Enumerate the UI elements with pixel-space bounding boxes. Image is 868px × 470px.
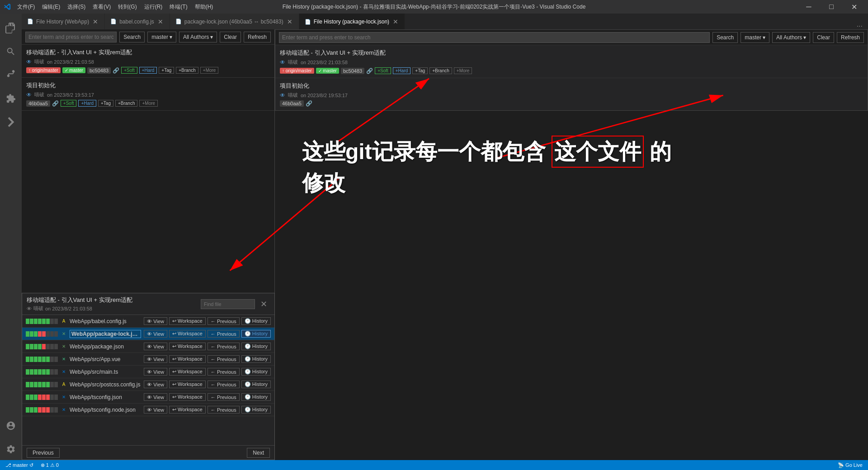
history-btn-tsconfig[interactable]: 🕐 History xyxy=(241,393,271,401)
previous-btn-babel[interactable]: ← Previous xyxy=(208,317,240,325)
file-row-tsconfig-node[interactable]: ✕ WebApp/tsconfig.node.json 👁 View ↩ Wor… xyxy=(22,404,274,416)
more-tag-2[interactable]: +More xyxy=(139,100,158,107)
history-btn-babel[interactable]: 🕐 History xyxy=(241,317,271,325)
history-btn-package-json[interactable]: 🕐 History xyxy=(241,343,271,350)
file-row-tsconfig[interactable]: ✕ WebApp/tsconfig.json 👁 View ↩ Workspac… xyxy=(22,391,274,404)
next-nav-button[interactable]: Next xyxy=(247,448,270,458)
right-search-button[interactable]: Search xyxy=(712,32,738,43)
left-refresh-button[interactable]: Refresh xyxy=(244,32,271,42)
workspace-btn-package-lock[interactable]: ↩ Workspace xyxy=(169,330,206,338)
tag-tag-2[interactable]: +Tag xyxy=(98,100,113,107)
left-search-button[interactable]: Search xyxy=(119,32,145,42)
file-row-main-ts[interactable]: ✕ WebApp/src/main.ts 👁 View ↩ Workspace … xyxy=(22,366,274,378)
left-branch-dropdown[interactable]: master ▾ xyxy=(147,32,176,42)
previous-nav-button[interactable]: Previous xyxy=(27,448,60,458)
tab-close-button[interactable]: ✕ xyxy=(286,18,293,25)
right-branch-dropdown[interactable]: master ▾ xyxy=(741,32,769,43)
right-search-input[interactable] xyxy=(279,32,710,43)
right-branch-tag-1[interactable]: +Branch xyxy=(429,67,452,74)
workspace-btn-app-vue[interactable]: ↩ Workspace xyxy=(169,355,206,363)
menu-run[interactable]: 运行(R) xyxy=(142,2,165,12)
menu-file[interactable]: 文件(F) xyxy=(14,2,38,12)
tag-tag-1[interactable]: +Tag xyxy=(159,67,174,74)
soft-tag-2[interactable]: +Soft xyxy=(61,100,77,107)
view-btn-tsconfig-node[interactable]: 👁 View xyxy=(144,406,167,414)
menu-goto[interactable]: 转到(G) xyxy=(115,2,139,12)
hard-tag-2[interactable]: +Hard xyxy=(78,100,96,107)
status-errors[interactable]: ⊗ 1 ⚠ 0 xyxy=(39,460,61,470)
activity-settings[interactable] xyxy=(0,438,22,460)
previous-btn-app-vue[interactable]: ← Previous xyxy=(208,355,240,363)
tab-file-history-package-lock[interactable]: 📄 File History (package-lock.json) ✕ xyxy=(299,14,405,29)
view-btn-babel[interactable]: 👁 View xyxy=(144,317,167,325)
view-btn-app-vue[interactable]: 👁 View xyxy=(144,355,167,363)
status-live-share[interactable]: 📡 Go Live xyxy=(836,460,864,470)
right-hard-tag-1[interactable]: +Hard xyxy=(393,67,411,74)
right-soft-tag-1[interactable]: +Soft xyxy=(375,67,391,74)
activity-account[interactable] xyxy=(0,415,22,437)
view-btn-postcss[interactable]: 👁 View xyxy=(144,381,167,388)
branch-tag-1[interactable]: +Branch xyxy=(176,67,198,74)
file-row-package-json[interactable]: ✕ WebApp/package.json 👁 View ↩ Workspace… xyxy=(22,340,274,353)
tab-close-button[interactable]: ✕ xyxy=(92,18,99,25)
close-button[interactable]: ✕ xyxy=(844,0,864,14)
menu-view[interactable]: 查看(V) xyxy=(90,2,113,12)
view-btn-package-lock[interactable]: 👁 View xyxy=(144,330,167,338)
status-branch[interactable]: ⎇ master ↺ xyxy=(4,460,35,470)
popup-find-input[interactable] xyxy=(201,299,255,309)
history-btn-tsconfig-node[interactable]: 🕐 History xyxy=(241,406,271,414)
right-refresh-button[interactable]: Refresh xyxy=(837,32,864,43)
maximize-button[interactable]: □ xyxy=(821,0,842,14)
workspace-btn-babel[interactable]: ↩ Workspace xyxy=(169,317,206,325)
history-btn-app-vue[interactable]: 🕐 History xyxy=(241,355,271,363)
view-btn-tsconfig[interactable]: 👁 View xyxy=(144,393,167,401)
menu-help[interactable]: 帮助(H) xyxy=(192,2,216,12)
left-search-input[interactable] xyxy=(25,32,117,42)
right-commit-item-2[interactable]: 项目初始化 👁 喵破 on 2023/8/2 19:53:17 46b0aa5 … xyxy=(275,78,868,110)
previous-btn-tsconfig-node[interactable]: ← Previous xyxy=(208,406,240,414)
history-btn-package-lock[interactable]: 🕐 History xyxy=(241,330,271,338)
tab-file-history-webapp[interactable]: 📄 File History (WebApp) ✕ xyxy=(22,14,105,29)
workspace-btn-tsconfig-node[interactable]: ↩ Workspace xyxy=(169,406,206,414)
branch-tag-2[interactable]: +Branch xyxy=(115,100,138,107)
tab-close-button[interactable]: ✕ xyxy=(157,18,164,25)
previous-btn-main-ts[interactable]: ← Previous xyxy=(208,368,240,376)
right-authors-dropdown[interactable]: All Authors ▾ xyxy=(772,32,810,43)
workspace-btn-tsconfig[interactable]: ↩ Workspace xyxy=(169,393,206,401)
menu-terminal[interactable]: 终端(T) xyxy=(167,2,190,12)
previous-btn-tsconfig[interactable]: ← Previous xyxy=(208,393,240,401)
more-tabs-button[interactable]: ... xyxy=(855,19,864,29)
left-authors-dropdown[interactable]: All Authors ▾ xyxy=(179,32,217,42)
history-btn-main-ts[interactable]: 🕐 History xyxy=(241,368,271,376)
right-commit-item-1[interactable]: 移动端适配 - 引入Vant UI + 实现rem适配 👁 喵破 on 2023… xyxy=(275,45,868,78)
activity-source-control[interactable] xyxy=(0,64,22,86)
file-row-babel[interactable]: A WebApp/babel.config.js 👁 View ↩ Worksp… xyxy=(22,315,274,328)
right-more-tag-1[interactable]: +More xyxy=(454,67,472,74)
previous-btn-postcss[interactable]: ← Previous xyxy=(208,381,240,388)
commit-item-1[interactable]: 移动端适配 - 引入Vant UI + 实现rem适配 👁 喵破 on 2023… xyxy=(22,45,274,78)
file-row-package-lock[interactable]: ✕ WebApp/package-lock.json 👁 View ↩ Work… xyxy=(22,328,274,340)
hard-tag-1[interactable]: +Hard xyxy=(139,67,157,74)
tab-babel-config[interactable]: 📄 babel.config.js ✕ xyxy=(105,14,170,29)
tab-close-button[interactable]: ✕ xyxy=(392,18,399,25)
history-btn-postcss[interactable]: 🕐 History xyxy=(241,381,271,388)
view-btn-main-ts[interactable]: 👁 View xyxy=(144,368,167,376)
more-tag-1[interactable]: +More xyxy=(200,67,219,74)
menu-select[interactable]: 选择(S) xyxy=(65,2,88,12)
activity-search[interactable] xyxy=(0,41,22,62)
activity-extensions[interactable] xyxy=(0,88,22,109)
view-btn-package-json[interactable]: 👁 View xyxy=(144,343,167,350)
menu-edit[interactable]: 编辑(E) xyxy=(39,2,63,12)
popup-close-button[interactable]: ✕ xyxy=(258,298,270,310)
tab-package-lock-diff[interactable]: 📄 package-lock.json (46b0aa5 ↔ bc50483) … xyxy=(170,14,299,29)
commit-item-2[interactable]: 项目初始化 👁 喵破 on 2023/8/2 19:53:17 46b0aa5 … xyxy=(22,78,274,111)
right-clear-button[interactable]: Clear xyxy=(813,32,834,43)
activity-explorer[interactable] xyxy=(0,17,22,39)
activity-git[interactable] xyxy=(0,111,22,133)
file-row-postcss[interactable]: A WebApp/src/postcss.config.js 👁 View ↩ … xyxy=(22,378,274,391)
workspace-btn-main-ts[interactable]: ↩ Workspace xyxy=(169,368,206,376)
left-clear-button[interactable]: Clear xyxy=(220,32,241,42)
previous-btn-package-json[interactable]: ← Previous xyxy=(208,343,240,350)
soft-tag-1[interactable]: +Soft xyxy=(121,67,137,74)
file-row-app-vue[interactable]: ✕ WebApp/src/App.vue 👁 View ↩ Workspace … xyxy=(22,353,274,366)
